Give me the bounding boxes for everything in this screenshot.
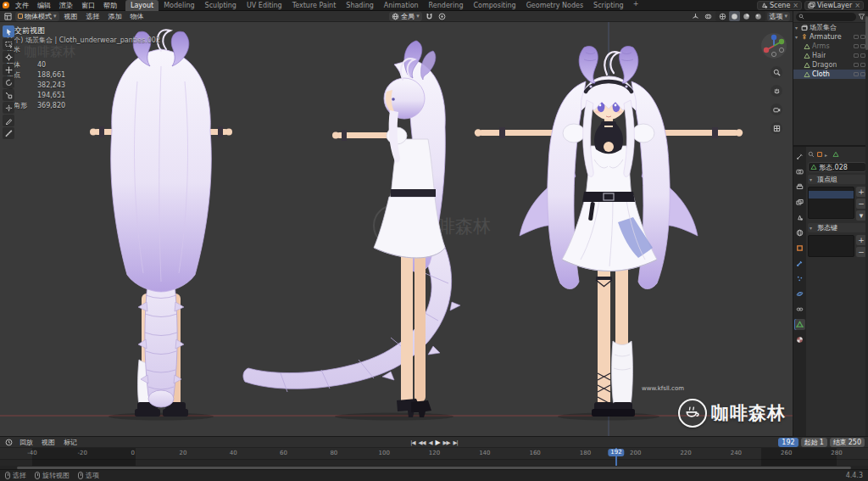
mesh-data-breadcrumb-icon[interactable] bbox=[832, 151, 839, 158]
properties-tab-tool-icon[interactable] bbox=[794, 151, 805, 162]
filter-icon[interactable] bbox=[858, 13, 865, 20]
properties-tab-world-icon[interactable] bbox=[794, 227, 805, 238]
show-gizmo-icon[interactable] bbox=[690, 11, 701, 21]
shading-wireframe-icon[interactable] bbox=[717, 11, 728, 21]
tool-move-icon[interactable] bbox=[3, 64, 14, 76]
snap-magnet-icon[interactable] bbox=[424, 11, 435, 21]
play-reverse-icon[interactable]: ◀ bbox=[428, 439, 431, 446]
workspace-tab-texture-paint[interactable]: Texture Paint bbox=[287, 0, 342, 11]
frame-end-field[interactable]: 结束 250 bbox=[830, 438, 865, 447]
shape-keys-list[interactable] bbox=[808, 235, 854, 257]
workspace-tab-geometry-nodes[interactable]: Geometry Nodes bbox=[521, 0, 588, 11]
character-front-view[interactable] bbox=[475, 47, 743, 417]
tool-tweak-icon[interactable] bbox=[3, 25, 14, 37]
object-breadcrumb-icon[interactable] bbox=[816, 151, 823, 158]
workspace-tab-compositing[interactable]: Compositing bbox=[468, 0, 520, 11]
properties-tab-object-data-icon[interactable] bbox=[794, 319, 805, 330]
properties-tab-material-icon[interactable] bbox=[794, 334, 805, 345]
mode-dropdown[interactable]: 物体模式 ▾ bbox=[15, 12, 59, 21]
menu-window[interactable]: 窗口 bbox=[77, 0, 99, 11]
menu-view[interactable]: 视图 bbox=[61, 11, 81, 22]
workspace-tab-shading[interactable]: Shading bbox=[341, 0, 379, 11]
panel-shape-keys-header[interactable]: ▾ 形态键 bbox=[808, 223, 866, 232]
tool-cursor-icon[interactable] bbox=[3, 51, 14, 63]
unlink-scene-icon[interactable]: × bbox=[793, 2, 798, 9]
properties-tab-render-icon[interactable] bbox=[794, 166, 805, 177]
properties-tab-particles-icon[interactable] bbox=[794, 273, 805, 284]
menu-add[interactable]: 添加 bbox=[105, 11, 125, 22]
menu-view-timeline[interactable]: 视图 bbox=[38, 438, 58, 447]
properties-tab-object-icon[interactable] bbox=[794, 243, 805, 254]
visibility-toggles[interactable] bbox=[854, 53, 866, 58]
properties-tab-constraints-icon[interactable] bbox=[794, 304, 805, 315]
toggle-ortho-icon[interactable] bbox=[771, 122, 782, 134]
current-frame-field[interactable]: 192 bbox=[778, 438, 798, 447]
hide-viewport-icon[interactable] bbox=[854, 53, 859, 58]
menu-markers[interactable]: 标记 bbox=[60, 438, 81, 447]
properties-tab-scene-icon[interactable] bbox=[794, 212, 805, 223]
hide-viewport-icon[interactable] bbox=[854, 72, 859, 76]
tool-measure-icon[interactable] bbox=[3, 127, 14, 139]
outliner-row-arms[interactable]: Arms bbox=[793, 42, 868, 51]
3d-viewport[interactable]: 咖啡森林 咖啡森林 bbox=[0, 22, 793, 436]
panel-vertex-groups-header[interactable]: ▾ 顶点组 bbox=[808, 175, 866, 184]
editor-type-icon[interactable] bbox=[3, 11, 14, 21]
proportional-edit-icon[interactable] bbox=[437, 11, 448, 21]
3d-scene[interactable]: 咖啡森林 咖啡森林 bbox=[0, 22, 793, 436]
zoom-icon[interactable] bbox=[771, 66, 782, 78]
expand-icon[interactable]: ▾ bbox=[795, 34, 801, 40]
datablock-name-field[interactable]: 形态.028 bbox=[808, 162, 866, 172]
frame-start-field[interactable]: 起始 1 bbox=[801, 438, 827, 447]
show-overlays-icon[interactable] bbox=[703, 11, 714, 21]
timeline-playhead[interactable]: 192 bbox=[615, 448, 617, 466]
properties-tab-viewlayer-icon[interactable] bbox=[794, 197, 805, 208]
scene-selector[interactable]: Scene × bbox=[757, 1, 802, 10]
properties-tab-physics-icon[interactable] bbox=[794, 288, 805, 299]
tool-rotate-icon[interactable] bbox=[3, 76, 14, 88]
prev-keyframe-icon[interactable]: ◀◀ bbox=[418, 439, 425, 446]
timeline-ruler-area[interactable]: -40 -20 0 20 40 60 80 100 120 140 160 18… bbox=[0, 448, 868, 466]
orientation-dropdown[interactable]: 全局 ▾ bbox=[389, 12, 422, 21]
workspace-tab-uv-editing[interactable]: UV Editing bbox=[242, 0, 287, 11]
tool-annotate-icon[interactable] bbox=[3, 115, 14, 126]
timeline-editor-icon[interactable] bbox=[3, 437, 14, 447]
hide-viewport-icon[interactable] bbox=[854, 35, 859, 39]
menu-playback[interactable]: 回放 bbox=[16, 438, 36, 447]
properties-tab-output-icon[interactable] bbox=[794, 182, 805, 193]
outliner-row-cloth[interactable]: Cloth bbox=[793, 70, 868, 79]
menu-select[interactable]: 选择 bbox=[83, 11, 103, 22]
viewlayer-selector[interactable]: ViewLayer × bbox=[804, 1, 864, 10]
vertex-groups-list[interactable] bbox=[808, 187, 854, 219]
outliner-row-hair[interactable]: Hair bbox=[793, 51, 868, 60]
menu-file[interactable]: 文件 bbox=[11, 0, 33, 11]
tool-scale-icon[interactable] bbox=[3, 89, 14, 101]
outliner-row-armature[interactable]: ▾ Armature bbox=[793, 32, 868, 42]
next-keyframe-icon[interactable]: ▶▶ bbox=[443, 439, 450, 446]
shading-material-icon[interactable] bbox=[741, 11, 752, 21]
play-icon[interactable]: ▶ bbox=[435, 439, 439, 446]
viewport-navigation-gizmo[interactable] bbox=[760, 32, 787, 59]
workspace-tab-modeling[interactable]: Modeling bbox=[159, 0, 199, 11]
options-dropdown[interactable]: 选项 ▾ bbox=[767, 12, 791, 21]
selected-list-row[interactable] bbox=[809, 191, 854, 199]
hide-viewport-icon[interactable] bbox=[854, 44, 859, 48]
outliner-search-input[interactable] bbox=[796, 13, 856, 21]
hide-viewport-icon[interactable] bbox=[854, 63, 859, 67]
outliner-row-dragon[interactable]: Dragon bbox=[793, 60, 868, 70]
outliner-row-scene-collection[interactable]: ▾ 场景集合 bbox=[793, 23, 868, 32]
camera-view-icon[interactable] bbox=[771, 103, 782, 115]
shading-rendered-icon[interactable] bbox=[753, 11, 764, 21]
expand-icon[interactable]: ▾ bbox=[795, 25, 801, 31]
pan-hand-icon[interactable] bbox=[771, 85, 782, 97]
workspace-tab-animation[interactable]: Animation bbox=[379, 0, 424, 11]
unlink-viewlayer-icon[interactable]: × bbox=[854, 2, 860, 9]
workspace-tab-rendering[interactable]: Rendering bbox=[424, 0, 469, 11]
character-side-view[interactable] bbox=[243, 41, 460, 417]
character-back-view[interactable] bbox=[90, 30, 232, 417]
menu-object[interactable]: 物体 bbox=[127, 11, 147, 22]
menu-render[interactable]: 渲染 bbox=[55, 0, 77, 11]
workspace-tab-layout[interactable]: Layout bbox=[125, 0, 159, 11]
tool-transform-icon[interactable] bbox=[3, 102, 14, 114]
blender-logo-icon[interactable] bbox=[0, 1, 11, 10]
workspace-tab-sculpting[interactable]: Sculpting bbox=[200, 0, 242, 11]
